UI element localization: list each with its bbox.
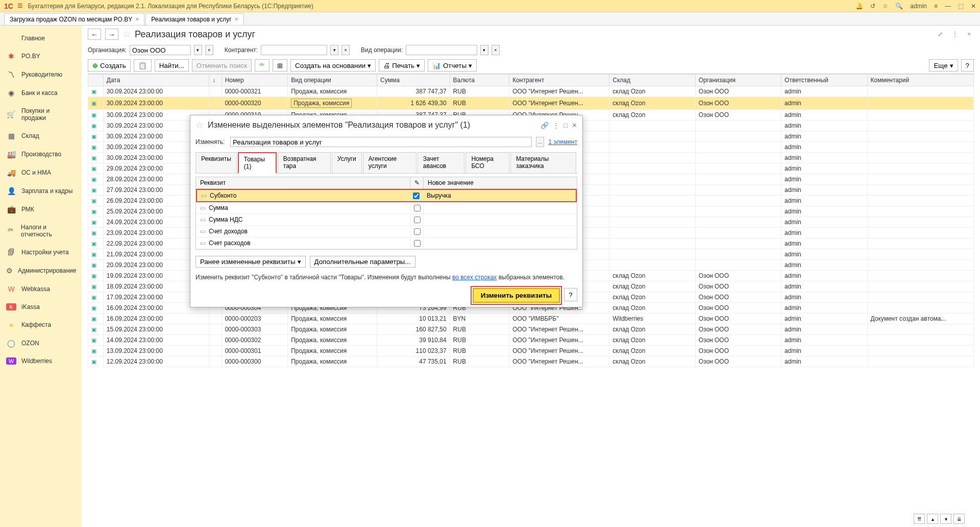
sidebar-item[interactable]: Главное: [0, 30, 82, 47]
table-header[interactable]: Сумма: [377, 75, 450, 86]
prop-checkbox[interactable]: [414, 217, 421, 223]
prop-value[interactable]: [424, 214, 577, 225]
settings-icon[interactable]: ≡: [934, 3, 938, 10]
minimize-icon[interactable]: —: [945, 3, 951, 10]
tab-ozon-load[interactable]: Загрузка продаж OZON по месяцам PO.BY ×: [4, 13, 144, 25]
table-row[interactable]: ▣ 14.09.2024 23:00:00 0000-000302 Продаж…: [88, 335, 974, 346]
prop-value[interactable]: [424, 237, 577, 249]
prop-value[interactable]: [424, 202, 577, 213]
dialog-tab[interactable]: Материалы заказчика: [510, 152, 576, 173]
table-header[interactable]: Вид операции: [288, 75, 377, 86]
table-header[interactable]: [88, 75, 104, 86]
tab-close-icon[interactable]: ×: [235, 16, 238, 23]
sidebar-item[interactable]: 〽Руководителю: [0, 65, 82, 84]
create-button[interactable]: ⊕Создать: [88, 59, 131, 71]
prop-checkbox[interactable]: [414, 240, 421, 247]
dk-button[interactable]: ᵈᵏ: [255, 59, 270, 71]
kontr-input[interactable]: [261, 45, 327, 55]
change-input[interactable]: [230, 137, 532, 147]
table-header[interactable]: ↓: [209, 75, 222, 86]
prop-row[interactable]: ▭Сумма НДС: [196, 214, 577, 226]
table-header[interactable]: Ответственный: [781, 75, 867, 86]
org-clear-icon[interactable]: ×: [205, 45, 213, 55]
sidebar-item[interactable]: WWebkassa: [0, 280, 82, 298]
nav-down-icon[interactable]: ▾: [940, 514, 951, 524]
prop-checkbox[interactable]: [414, 205, 421, 211]
tab-close-icon[interactable]: ×: [135, 16, 139, 23]
nav-first-icon[interactable]: ⇈: [914, 514, 925, 524]
prop-row[interactable]: ▭Сумма: [196, 202, 577, 214]
table-header[interactable]: Комментарий: [867, 75, 974, 86]
table-header[interactable]: Номер: [222, 75, 288, 86]
sidebar-item[interactable]: ✱PO.BY: [0, 47, 82, 65]
elements-link[interactable]: 1 элемент: [548, 138, 577, 146]
dialog-tab[interactable]: Агентские услуги: [363, 152, 416, 173]
prop-checkbox[interactable]: [413, 193, 420, 199]
dialog-tab[interactable]: Номера БСО: [465, 152, 509, 173]
dialog-tab[interactable]: Зачет авансов: [418, 152, 465, 173]
apply-button[interactable]: Изменить реквизиты: [473, 288, 560, 303]
dialog-help-button[interactable]: ?: [564, 288, 577, 301]
nav-forward-button[interactable]: →: [105, 29, 118, 40]
table-header[interactable]: Организация: [695, 75, 781, 86]
table-header[interactable]: Контрагент: [509, 75, 609, 86]
sidebar-item[interactable]: ●Каффеста: [0, 316, 82, 334]
main-menu-icon[interactable]: ≡: [17, 1, 23, 11]
history-icon[interactable]: ↺: [870, 3, 875, 10]
kontr-dropdown-icon[interactable]: ▾: [330, 45, 338, 55]
sidebar-item[interactable]: 🛒Покупки и продажи: [0, 102, 82, 127]
extra-params-button[interactable]: Дополнительные параметры...: [310, 256, 415, 268]
op-input[interactable]: [406, 45, 477, 55]
prop-value[interactable]: Выручка: [423, 190, 576, 201]
sidebar-item[interactable]: ⚙Администрирование: [0, 261, 82, 280]
sidebar-item[interactable]: ᵈᵏНалоги и отчетность: [0, 219, 82, 243]
kebab-icon[interactable]: ⋮: [553, 122, 559, 129]
tree-button[interactable]: ⊞: [273, 59, 287, 71]
prop-row[interactable]: ▭Счет доходов: [196, 226, 577, 237]
table-header[interactable]: Валюта: [450, 75, 509, 86]
maximize-icon[interactable]: □: [564, 122, 568, 129]
table-row[interactable]: ▣ 30.09.2024 23:00:00 0000-000321 Продаж…: [88, 86, 974, 97]
create-based-button[interactable]: Создать на основании ▾: [290, 59, 376, 71]
dialog-tab[interactable]: Товары (1): [238, 152, 277, 174]
sidebar-item[interactable]: 💼РМК: [0, 200, 82, 219]
star-icon[interactable]: ☆: [883, 3, 888, 10]
table-row[interactable]: ▣ 13.09.2024 23:00:00 0000-000301 Продаж…: [88, 346, 974, 356]
table-row[interactable]: ▣ 12.09.2024 23:00:00 0000-000300 Продаж…: [88, 356, 974, 367]
change-open-icon[interactable]: …: [536, 137, 544, 147]
print-button[interactable]: 🖨 Печать ▾: [379, 59, 425, 71]
prop-row[interactable]: ▭Счет расходов: [196, 237, 577, 249]
table-header[interactable]: Дата: [103, 75, 209, 86]
more-button[interactable]: Еще ▾: [929, 59, 958, 71]
prop-checkbox[interactable]: [414, 228, 421, 235]
org-input[interactable]: [130, 45, 191, 55]
sidebar-item[interactable]: ◉Банк и касса: [0, 84, 82, 102]
table-header[interactable]: Склад: [609, 75, 695, 86]
close-icon[interactable]: ✕: [971, 3, 976, 10]
dialog-star-icon[interactable]: ☆: [195, 119, 204, 131]
reports-button[interactable]: 📊 Отчеты ▾: [428, 59, 477, 71]
nav-back-button[interactable]: ←: [88, 29, 101, 40]
search-icon[interactable]: 🔍: [895, 3, 903, 10]
close-icon[interactable]: ✕: [572, 122, 577, 129]
nav-up-icon[interactable]: ▴: [927, 514, 938, 524]
favorite-star-icon[interactable]: ☆: [122, 29, 131, 40]
kebab-icon[interactable]: ⋮: [952, 31, 958, 38]
tab-realization[interactable]: Реализация товаров и услуг ×: [145, 13, 243, 25]
table-row[interactable]: ▣ 16.09.2024 23:00:00 0000-000203 Продаж…: [88, 314, 974, 324]
dialog-tab[interactable]: Услуги: [332, 152, 362, 173]
find-button[interactable]: Найти...: [155, 59, 189, 71]
link-icon[interactable]: ⤢: [938, 31, 943, 38]
all-rows-link[interactable]: во всех строках: [452, 274, 497, 281]
sidebar-item[interactable]: KiKassa: [0, 298, 82, 316]
sidebar-item[interactable]: WWildberries: [0, 352, 82, 370]
sidebar-item[interactable]: 🗐Настройки учета: [0, 243, 82, 261]
sidebar-item[interactable]: ◯OZON: [0, 334, 82, 352]
prev-changed-button[interactable]: Ранее измененные реквизиты ▾: [195, 256, 306, 268]
table-row[interactable]: ▣ 15.09.2024 23:00:00 0000-000303 Продаж…: [88, 324, 974, 335]
sidebar-item[interactable]: 🏭Производство: [0, 145, 82, 163]
sidebar-item[interactable]: ▦Склад: [0, 127, 82, 145]
close-page-icon[interactable]: ×: [967, 31, 971, 38]
op-clear-icon[interactable]: ×: [492, 45, 500, 55]
prop-value[interactable]: [424, 226, 577, 237]
